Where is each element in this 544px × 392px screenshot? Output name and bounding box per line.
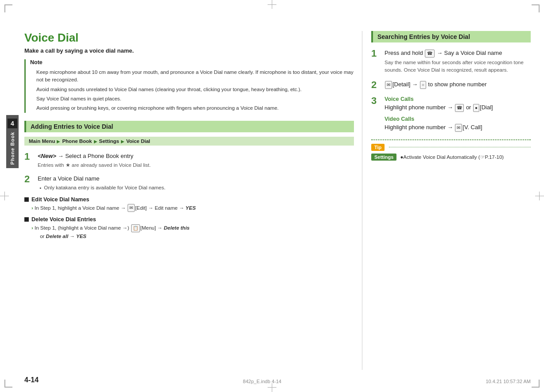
- left-section-header: Adding Entries to Voice Dial: [24, 121, 354, 132]
- delete-section-body: › In Step 1, (highlight a Voice Dial nam…: [24, 224, 354, 240]
- right-step-1-main: Press and hold ☎ → Say a Voice Dial name: [385, 49, 531, 58]
- right-step-2-content: ✉[Detail] → ○ to show phone number: [385, 80, 487, 89]
- footer-file: 842p_E.indb 4-14: [243, 379, 281, 384]
- note-item-4: Avoid pressing or brushing keys, or cove…: [30, 104, 354, 113]
- left-step-2: 2 Enter a Voice Dial name ● Only katakan…: [24, 174, 354, 190]
- left-column: Voice Dial Make a call by saying a voice…: [24, 31, 362, 370]
- right-step-1-content: Press and hold ☎ → Say a Voice Dial name…: [385, 49, 531, 74]
- menu-key-icon: 📋: [131, 224, 140, 232]
- step-1-content: <New> → Select a Phone Book entry Entrie…: [38, 152, 151, 169]
- black-square-1: [24, 197, 29, 202]
- voice-calls-label: Voice Calls: [385, 96, 493, 102]
- step-2-content: Enter a Voice Dial name ● Only katakana …: [38, 174, 165, 190]
- edit-section: Edit Voice Dial Names › In Step 1, highl…: [24, 196, 354, 212]
- note-list: Keep microphone about 10 cm away from yo…: [30, 68, 354, 113]
- right-step-1-sub: Say the name within four seconds after v…: [385, 59, 531, 74]
- note-label: Note: [30, 59, 354, 65]
- step-2-sub: ● Only katakana entry is available for V…: [38, 185, 165, 190]
- step-1-number: 1: [24, 152, 33, 161]
- crosshair-left: [0, 192, 9, 200]
- corner-mark-tr: [532, 4, 540, 12]
- right-step-3: 3 Voice Calls Highlight phone number → ☎…: [371, 96, 531, 132]
- note-box: Note Keep microphone about 10 cm away fr…: [24, 59, 354, 113]
- step-1-main: <New> → Select a Phone Book entry: [38, 152, 151, 161]
- delete-section: Delete Voice Dial Entries › In Step 1, (…: [24, 216, 354, 240]
- page-number: 4-14: [24, 376, 39, 384]
- right-step-1-number: 1: [371, 49, 380, 58]
- right-step-1: 1 Press and hold ☎ → Say a Voice Dial na…: [371, 49, 531, 74]
- crosshair-bottom: [268, 383, 276, 392]
- page-footer: 4-14 842p_E.indb 4-14 10.4.21 10:57:32 A…: [24, 376, 531, 384]
- corner-mark-br: [532, 380, 540, 388]
- chapter-tab: 4 Phone Book: [6, 115, 19, 168]
- video-calls-body: Highlight phone number → ✉[V. Call]: [385, 123, 493, 132]
- circle-key-icon: ○: [420, 81, 426, 89]
- voice-calls-body: Highlight phone number → ☎ or ●[Dial]: [385, 103, 493, 112]
- breadcrumb-arrow-3: ▶: [121, 139, 124, 144]
- left-step-1: 1 <New> → Select a Phone Book entry Entr…: [24, 152, 354, 169]
- breadcrumb-item-2: Phone Book: [62, 138, 92, 144]
- breadcrumb-item-3: Settings: [99, 138, 119, 144]
- dial-key-icon: ●: [473, 104, 479, 112]
- phone-small-icon: ☎: [455, 104, 464, 112]
- crosshair-top: [268, 0, 276, 9]
- chapter-number: 4: [8, 119, 17, 128]
- step-2-number: 2: [24, 174, 33, 184]
- footer-date: 10.4.21 10:57:32 AM: [486, 379, 531, 384]
- black-square-2: [24, 217, 29, 222]
- right-section-header: Searching Entries by Voice Dial: [371, 31, 531, 42]
- breadcrumb-arrow-1: ▶: [57, 139, 60, 144]
- breadcrumb-item-4: Voice Dial: [126, 138, 150, 144]
- right-column: Searching Entries by Voice Dial 1 Press …: [362, 31, 531, 370]
- note-item-1: Keep microphone about 10 cm away from yo…: [30, 68, 354, 85]
- breadcrumb: Main Menu ▶ Phone Book ▶ Settings ▶ Voic…: [24, 137, 354, 146]
- step-2-main: Enter a Voice Dial name: [38, 174, 165, 183]
- phone-key-icon: ☎: [425, 50, 435, 58]
- right-step-3-number: 3: [371, 96, 380, 106]
- chapter-label: Phone Book: [10, 132, 15, 165]
- breadcrumb-arrow-2: ▶: [94, 139, 97, 144]
- detail-key-icon: ✉: [385, 81, 392, 89]
- tip-bar: Tip: [371, 139, 531, 151]
- settings-badge: Settings: [371, 154, 396, 161]
- right-step-3-content: Voice Calls Highlight phone number → ☎ o…: [385, 96, 493, 132]
- right-step-2-main: ✉[Detail] → ○ to show phone number: [385, 80, 487, 89]
- delete-section-title: Delete Voice Dial Entries: [31, 216, 96, 223]
- vcall-key-icon: ✉: [455, 124, 462, 132]
- edit-section-title: Edit Voice Dial Names: [31, 196, 89, 203]
- corner-mark-tl: [4, 4, 12, 12]
- video-calls-label: Video Calls: [385, 116, 493, 122]
- right-step-2: 2 ✉[Detail] → ○ to show phone number: [371, 80, 531, 90]
- page-subtitle: Make a call by saying a voice dial name.: [24, 47, 354, 54]
- edit-key-icon: ✉: [128, 204, 135, 212]
- corner-mark-bl: [4, 380, 12, 388]
- note-item-3: Say Voice Dial names in quiet places.: [30, 94, 354, 104]
- tip-dots: [389, 147, 531, 147]
- tip-badge: Tip: [371, 144, 385, 151]
- step-1-sub: Entries with ★ are already saved in Voic…: [38, 161, 151, 169]
- tip-text: ●Activate Voice Dial Automatically (☞P.1…: [400, 154, 504, 160]
- crosshair-right: [535, 192, 544, 200]
- page-title: Voice Dial: [24, 31, 354, 45]
- edit-section-body: › In Step 1, highlight a Voice Dial name…: [24, 204, 354, 212]
- note-item-2: Avoid making sounds unrelated to Voice D…: [30, 85, 354, 94]
- right-step-2-number: 2: [371, 80, 380, 90]
- breadcrumb-item-1: Main Menu: [29, 138, 55, 144]
- settings-bar: Settings ●Activate Voice Dial Automatica…: [371, 154, 531, 161]
